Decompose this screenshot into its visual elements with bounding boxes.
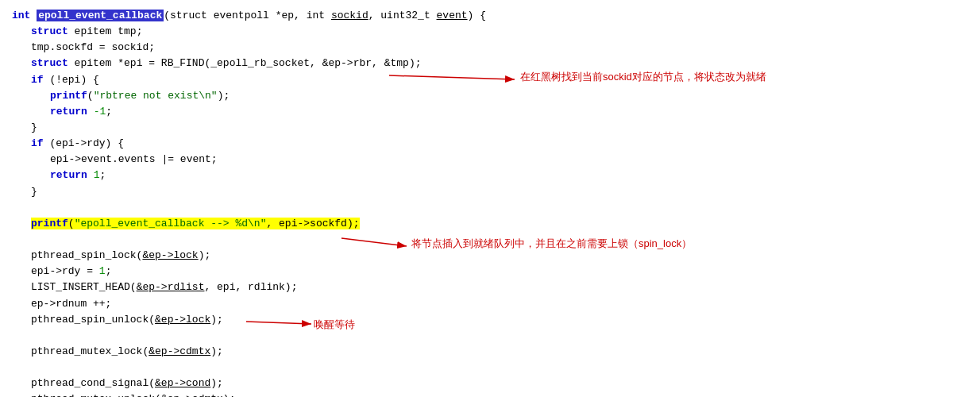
code-line-rdy: epi->rdy = 1; (31, 264, 486, 279)
code-line-list-insert: LIST_INSERT_HEAD(&ep->rdlist, epi, rdlin… (31, 279, 486, 295)
code-line-blank4 (12, 360, 486, 376)
function-name-highlight: epoll_event_callback (37, 10, 164, 21)
keyword-int: int (12, 10, 37, 21)
code-line-1: struct epitem tmp; (31, 24, 486, 40)
function-params: (struct eventpoll *ep, int sockid, uint3… (164, 10, 486, 21)
code-line-blank3 (12, 328, 486, 344)
annotation-wakeup: 唤醒等待 (314, 318, 355, 332)
code-line-10: return 1; (50, 168, 486, 183)
annotation-rbtree: 在红黑树找到当前sockid对应的节点，将状态改为就绪 (520, 70, 766, 84)
code-line-3: struct epitem *epi = RB_FIND(_epoll_rb_s… (31, 56, 486, 71)
code-line-mutex-lock: pthread_mutex_lock(&ep->cdmtx); (31, 344, 486, 360)
code-line-9: epi->event.events |= event; (50, 152, 486, 168)
code-block: int epoll_event_callback(struct eventpol… (0, 0, 498, 397)
code-line-7: } (31, 120, 486, 136)
code-line-5: printf("rbtree not exist\n"); (50, 88, 486, 104)
code-line-2: tmp.sockfd = sockid; (31, 40, 486, 56)
code-line-printf-highlight: printf("epoll_event_callback --> %d\n", … (31, 216, 486, 232)
code-line-6: return -1; (50, 104, 486, 120)
code-line-spin-unlock: pthread_spin_unlock(&ep->lock); (31, 312, 486, 328)
code-line-mutex-unlock: pthread_mutex_unlock(&ep->cdmtx); (31, 391, 486, 397)
code-line-4: if (!epi) { (31, 72, 486, 88)
code-line-8: if (epi->rdy) { (31, 136, 486, 152)
code-line-11: } (31, 184, 486, 200)
annotation-list-insert: 将节点插入到就绪队列中，并且在之前需要上锁（spin_lock） (411, 237, 692, 251)
code-line-blank1 (12, 200, 486, 216)
code-line-signature: int epoll_event_callback(struct eventpol… (12, 8, 486, 24)
code-line-cond-signal: pthread_cond_signal(&ep->cond); (31, 376, 486, 391)
code-line-rdnum: ep->rdnum ++; (31, 296, 486, 312)
